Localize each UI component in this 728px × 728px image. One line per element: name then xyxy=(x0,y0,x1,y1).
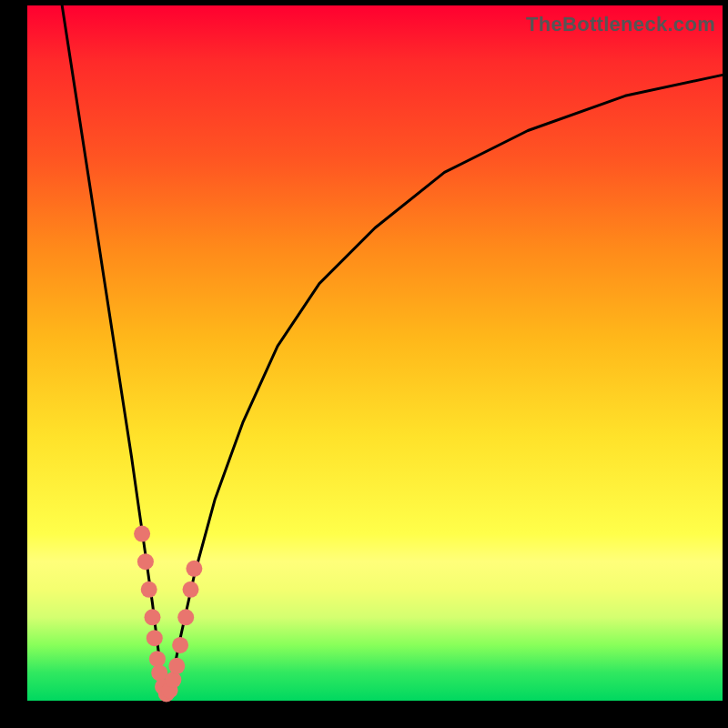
marker-dot xyxy=(168,658,185,674)
marker-dot xyxy=(149,651,166,667)
marker-dot xyxy=(137,553,154,570)
curve-right-branch xyxy=(167,75,723,701)
marker-dot xyxy=(141,581,157,598)
marker-dot xyxy=(145,609,161,625)
plot-area: TheBottleneck.com xyxy=(27,5,723,701)
marker-dot xyxy=(134,526,150,542)
marker-dot xyxy=(183,581,199,598)
marker-dot xyxy=(165,672,181,688)
marker-dot xyxy=(172,637,188,653)
marker-dot xyxy=(177,609,194,625)
marker-dot xyxy=(151,664,167,681)
curve-svg xyxy=(27,5,723,701)
chart-frame: TheBottleneck.com xyxy=(0,0,728,728)
marker-dot xyxy=(147,630,163,646)
marker-dot xyxy=(186,561,202,577)
